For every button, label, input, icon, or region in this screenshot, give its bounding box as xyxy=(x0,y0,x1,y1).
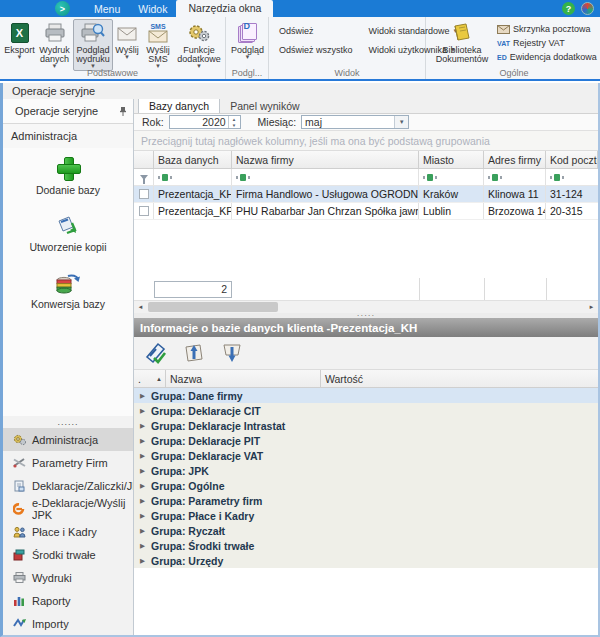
expand-icon[interactable]: ▶ xyxy=(140,407,146,415)
filter-condition-icon[interactable] xyxy=(488,174,502,181)
document-library-button[interactable]: Biblioteka Dokumentów xyxy=(434,19,490,66)
select-all-header[interactable] xyxy=(134,151,154,168)
sidebar-item-deklaracje-zaliczki-jpk[interactable]: Deklaracje/Zaliczki/JPK xyxy=(3,474,133,497)
expand-icon[interactable]: ▶ xyxy=(140,527,146,535)
group-row-urzedy[interactable]: ▶Grupa: Urzędy xyxy=(134,553,598,568)
sidebar-filler xyxy=(3,327,133,416)
group-row-parametry-firm[interactable]: ▶Grupa: Parametry firm xyxy=(134,493,598,508)
table-row[interactable]: Prezentacja_KP PHU Rabarbar Jan Chrzan S… xyxy=(134,203,598,220)
filter-cell[interactable] xyxy=(232,169,419,185)
filter-cell[interactable] xyxy=(154,169,232,185)
ribbon-tab-narzedzia-okna[interactable]: Narzędzia okna xyxy=(176,0,273,17)
expand-icon[interactable]: ▶ xyxy=(140,392,146,400)
sidebar-item-parametry-firm[interactable]: Parametry Firm xyxy=(3,451,133,474)
filter-cell[interactable] xyxy=(419,169,484,185)
add-database-button[interactable]: Dodanie bazy xyxy=(13,156,123,196)
column-header-nazwa-firmy[interactable]: Nazwa firmy xyxy=(232,151,419,168)
mailbox-button[interactable]: Skrzynka pocztowa xyxy=(494,24,600,34)
print-preview-button[interactable]: Podgląd wydruku ▼ xyxy=(73,19,113,71)
ribbon-tab-widok[interactable]: Widok xyxy=(129,1,176,17)
year-spinner[interactable]: 2020 ▲ ▼ xyxy=(169,115,241,129)
expand-icon[interactable]: ▶ xyxy=(140,422,146,430)
vat-registers-button[interactable]: VAT Rejestry VAT xyxy=(494,38,600,48)
row-checkbox[interactable] xyxy=(139,206,149,216)
refresh-all-button[interactable]: Odśwież wszystko xyxy=(275,44,357,56)
expand-icon[interactable]: ▶ xyxy=(140,452,146,460)
send-button[interactable]: Wyślij ▼ xyxy=(113,19,141,62)
sidebar-item-importy[interactable]: Importy xyxy=(3,612,133,635)
expand-icon[interactable]: ▶ xyxy=(140,557,146,565)
additional-functions-button[interactable]: Funkcje dodatkowe ▼ xyxy=(175,19,223,71)
column-header-miasto[interactable]: Miasto xyxy=(419,151,484,168)
print-preview-icon xyxy=(81,21,105,45)
month-combobox[interactable]: maj ▼ xyxy=(301,115,409,129)
filter-condition-icon[interactable] xyxy=(423,174,437,181)
column-header-adres-firmy[interactable]: Adres firmy xyxy=(484,151,546,168)
sidebar-item-place-i-kadry[interactable]: Płace i Kadry xyxy=(3,520,133,543)
column-header-kod-pocztowy[interactable]: Kod pocztowy xyxy=(546,151,598,168)
expand-icon[interactable]: ▶ xyxy=(140,437,146,445)
chevron-down-icon[interactable]: ▼ xyxy=(394,116,408,128)
pin-icon[interactable] xyxy=(119,106,127,116)
group-row-deklaracje-cit[interactable]: ▶Grupa: Deklaracje CIT xyxy=(134,403,598,418)
month-value[interactable]: maj xyxy=(302,116,394,128)
expand-icon[interactable]: ▶ xyxy=(140,497,146,505)
convert-database-button[interactable]: Konwersja bazy xyxy=(13,270,123,310)
column-header-nazwa[interactable]: Nazwa xyxy=(166,370,321,387)
export-settings-button[interactable] xyxy=(180,340,208,366)
send-sms-button[interactable]: SMS Wyślij SMS ▼ xyxy=(141,19,175,71)
filter-condition-icon[interactable] xyxy=(236,174,250,181)
ribbon-tab-menu[interactable]: Menu xyxy=(85,1,129,17)
table-row[interactable]: Prezentacja_KH Firma Handlowo - Usługowa… xyxy=(134,186,598,203)
sidebar-item-raporty[interactable]: Raporty xyxy=(3,589,133,612)
sidebar-item-e-deklaracje-wyslij-jpk[interactable]: e-Deklaracje/Wyślij JPK xyxy=(3,497,133,520)
additional-records-button[interactable]: ED Ewidencja dodatkowa xyxy=(494,52,600,62)
sidebar-item-wydruki[interactable]: Wydruki xyxy=(3,566,133,589)
sidebar-item-srodki-trwale[interactable]: Środki trwałe xyxy=(3,543,133,566)
help-icon[interactable]: ? xyxy=(562,2,575,15)
preview-button[interactable]: D Podgląd ▼ xyxy=(229,19,266,62)
group-row-jpk[interactable]: ▶Grupa: JPK xyxy=(134,463,598,478)
expand-icon[interactable]: ▶ xyxy=(140,542,146,550)
filter-condition-icon[interactable] xyxy=(550,174,564,181)
year-value[interactable]: 2020 xyxy=(170,116,228,128)
scroll-left-icon[interactable]: ◄ xyxy=(134,301,147,313)
filter-funnel-icon[interactable] xyxy=(134,169,154,185)
sidebar-item-administracja[interactable]: Administracja xyxy=(3,428,133,451)
column-header-wartosc[interactable]: Wartość xyxy=(321,370,598,387)
group-row-ogolne[interactable]: ▶Grupa: Ogólne xyxy=(134,478,598,493)
group-row-place-i-kadry[interactable]: ▶Grupa: Płace i Kadry xyxy=(134,508,598,523)
create-copy-button[interactable]: Utworzenie kopii xyxy=(13,213,123,253)
tab-panel-wynikow[interactable]: Panel wyników xyxy=(220,99,309,113)
expand-icon[interactable]: ▶ xyxy=(140,467,146,475)
column-header-baza-danych[interactable]: Baza danych xyxy=(154,151,232,168)
filter-condition-icon[interactable] xyxy=(158,174,172,181)
export-button[interactable]: X Eksport ▼ xyxy=(3,19,36,62)
sidebar-splitter-grip[interactable]: ...... xyxy=(3,416,133,428)
horizontal-scrollbar[interactable]: ◄ ► xyxy=(134,300,598,313)
people-icon xyxy=(12,525,26,539)
tab-bazy-danych[interactable]: Bazy danych xyxy=(138,99,220,113)
save-button[interactable] xyxy=(142,340,170,366)
group-row-deklaracje-intrastat[interactable]: ▶Grupa: Deklaracje Intrastat xyxy=(134,418,598,433)
spinner-down-icon[interactable]: ▼ xyxy=(229,122,240,128)
app-logo-icon[interactable]: > xyxy=(55,1,70,16)
globe-icon[interactable] xyxy=(581,2,594,15)
expand-icon[interactable]: ▶ xyxy=(140,512,146,520)
scrollbar-thumb[interactable] xyxy=(148,302,278,312)
import-settings-button[interactable] xyxy=(218,340,246,366)
filter-cell[interactable] xyxy=(546,169,598,185)
group-row-deklaracje-vat[interactable]: ▶Grupa: Deklaracje VAT xyxy=(134,448,598,463)
group-row-srodki-trwale[interactable]: ▶Grupa: Środki trwałe xyxy=(134,538,598,553)
scroll-right-icon[interactable]: ► xyxy=(585,301,598,313)
filter-cell[interactable] xyxy=(484,169,546,185)
group-row-ryczalt[interactable]: ▶Grupa: Ryczałt xyxy=(134,523,598,538)
expand-icon[interactable]: ▶ xyxy=(140,482,146,490)
row-checkbox[interactable] xyxy=(139,189,149,199)
column-header-dot[interactable]: . ▲ xyxy=(134,370,166,387)
refresh-button[interactable]: Odśwież xyxy=(275,25,357,37)
print-data-button[interactable]: Wydruk danych ▼ xyxy=(36,19,73,71)
group-row-deklaracje-pit[interactable]: ▶Grupa: Deklaracje PIT xyxy=(134,433,598,448)
spinner-buttons[interactable]: ▲ ▼ xyxy=(228,116,240,128)
group-row-dane-firmy[interactable]: ▶Grupa: Dane firmy xyxy=(134,388,598,403)
